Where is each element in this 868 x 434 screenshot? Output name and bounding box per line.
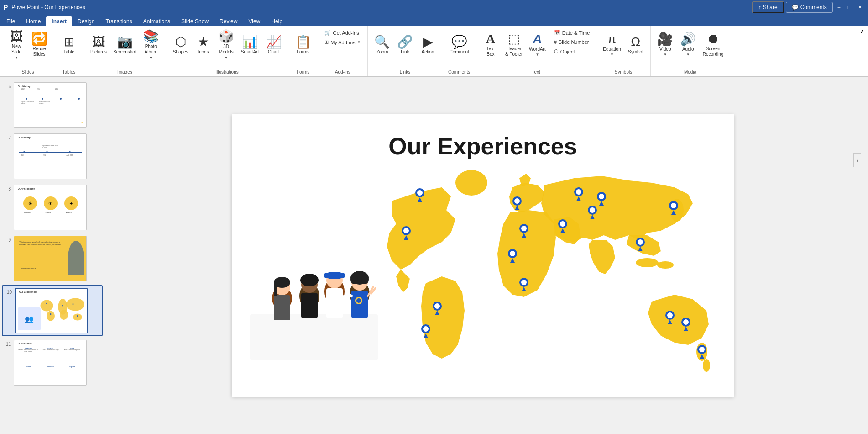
tab-design[interactable]: Design (72, 16, 100, 26)
forms-icon: 📋 (295, 36, 311, 48)
svg-point-0 (41, 300, 53, 312)
symbol-button[interactable]: Ω Symbol (625, 28, 647, 61)
svg-point-76 (671, 203, 676, 208)
reuse-slides-button[interactable]: 🔁 ReuseSlides (28, 28, 50, 61)
date-time-button[interactable]: 📅 Date & Time (551, 28, 593, 37)
slide-panel: 6 Our History 2012 2014 2016 Venus is th… (0, 77, 105, 434)
tab-help[interactable]: Help (266, 16, 288, 26)
tab-home[interactable]: Home (21, 16, 46, 26)
app-logo: P (4, 4, 8, 11)
tab-transitions[interactable]: Transitions (100, 16, 137, 26)
slide-thumb-8[interactable]: 8 Our Philosophy ☀ 👁 ✦ Mission Vision Va… (2, 183, 103, 232)
ribbon-group-text: A TextBox ⬚ Header& Footer A WordArt ▼ 📅… (476, 26, 596, 76)
smartart-icon: 📊 (242, 36, 258, 48)
audio-dropdown[interactable]: ▼ (686, 53, 690, 57)
photo-album-dropdown[interactable]: ▼ (149, 56, 153, 60)
equation-icon: π (607, 33, 616, 46)
close-btn[interactable]: × (856, 4, 864, 11)
svg-point-20 (300, 274, 319, 286)
video-icon: 🎥 (657, 33, 673, 46)
symbol-icon: Ω (631, 36, 640, 48)
video-button[interactable]: 🎥 Video ▼ (654, 28, 676, 61)
text-group-label: Text (532, 69, 540, 74)
screenshot-icon: 📷 (117, 36, 133, 48)
svg-point-31 (361, 275, 369, 284)
svg-point-58 (521, 280, 527, 285)
new-slide-dropdown[interactable]: ▼ (15, 56, 18, 60)
object-button[interactable]: ⬡ Object (551, 47, 593, 56)
slide-thumb-9[interactable]: 9 "This is a quote, words full of wisdom… (2, 234, 103, 283)
slide-thumb-7[interactable]: 7 Our History 2010 2012 Install 2016 Nep… (2, 132, 103, 181)
video-dropdown[interactable]: ▼ (664, 53, 667, 57)
zoom-button[interactable]: 🔍 Zoom (371, 28, 393, 61)
tab-view[interactable]: View (243, 16, 266, 26)
equation-button[interactable]: π Equation ▼ (600, 28, 623, 61)
svg-rect-11 (250, 314, 378, 360)
shapes-icon: ⬡ (175, 36, 186, 48)
icons-button[interactable]: ★ Icons (193, 28, 214, 61)
screen-recording-icon: ⏺ (707, 32, 720, 45)
action-button[interactable]: ▶ Action (417, 28, 439, 61)
screenshot-button[interactable]: 📷 Screenshot (110, 28, 139, 61)
wordart-button[interactable]: A WordArt ▼ (526, 28, 549, 61)
screen-recording-button[interactable]: ⏺ ScreenRecording (700, 28, 727, 61)
3d-models-dropdown[interactable]: ▼ (225, 56, 228, 60)
my-addins-button[interactable]: ⊞ My Add-ins ▼ (322, 38, 363, 47)
panel-collapse-button[interactable]: › (853, 153, 861, 167)
svg-point-43 (417, 190, 423, 196)
table-button[interactable]: ⊞ Table (58, 28, 80, 61)
new-slide-button[interactable]: 🖼 NewSlide ▼ (5, 28, 27, 61)
tab-file[interactable]: File (1, 16, 21, 26)
tab-review[interactable]: Review (214, 16, 243, 26)
tab-slideshow[interactable]: Slide Show (176, 16, 214, 26)
equation-dropdown[interactable]: ▼ (610, 53, 614, 57)
audio-button[interactable]: 🔊 Audio ▼ (677, 28, 699, 61)
slide-num-11: 11 (4, 342, 11, 347)
comments-button[interactable]: 💬 Comments (786, 2, 833, 13)
wordart-dropdown[interactable]: ▼ (536, 53, 539, 57)
slide-canvas[interactable]: Our Experiences (232, 114, 734, 397)
minimize-btn[interactable]: − (835, 4, 843, 11)
slide-num-10: 10 (5, 290, 12, 295)
svg-point-46 (403, 228, 409, 233)
chart-button[interactable]: 📈 Chart (262, 28, 284, 61)
ribbon-group-links: 🔍 Zoom 🔗 Link ▶ Action Links (368, 26, 443, 76)
svg-point-61 (560, 221, 565, 227)
object-icon: ⬡ (554, 48, 559, 54)
svg-point-55 (510, 251, 515, 256)
slide-num-8: 8 (4, 186, 11, 191)
slide-thumb-11[interactable]: 11 Our Services Mercury Venus is the sec… (2, 338, 103, 387)
3d-models-button[interactable]: 🎲 3DModels ▼ (215, 28, 237, 61)
slide-thumb-10[interactable]: 10 Our Experiences (2, 285, 103, 336)
text-box-button[interactable]: A TextBox (480, 28, 502, 61)
forms-button[interactable]: 📋 Forms (292, 28, 314, 61)
tab-animations[interactable]: Animations (138, 16, 176, 26)
app-title: PowerPoint - Our Experiences (11, 4, 85, 11)
comment-button[interactable]: 💬 Comment (447, 28, 472, 61)
pictures-button[interactable]: 🖼 Pictures (88, 28, 110, 61)
ribbon-group-slides: 🖼 NewSlide ▼ 🔁 ReuseSlides Slides (2, 26, 54, 76)
shapes-button[interactable]: ⬡ Shapes (170, 28, 192, 61)
maximize-btn[interactable]: □ (845, 4, 854, 11)
my-addins-dropdown[interactable]: ▼ (357, 40, 361, 44)
svg-point-1 (47, 311, 55, 321)
svg-point-3 (60, 310, 68, 320)
slide-thumb-6[interactable]: 6 Our History 2012 2014 2016 Venus is th… (2, 80, 103, 130)
get-addins-button[interactable]: 🛒 Get Add-ins (322, 28, 363, 37)
svg-point-52 (521, 226, 527, 231)
tables-group-label: Tables (63, 69, 76, 74)
comment-icon: 💬 (451, 36, 467, 48)
smartart-button[interactable]: 📊 SmartArt (238, 28, 261, 61)
photo-album-button[interactable]: 📚 PhotoAlbum ▼ (140, 28, 162, 61)
right-panel (861, 77, 868, 434)
tab-insert[interactable]: Insert (46, 16, 72, 26)
ribbon-collapse-button[interactable]: ∧ (858, 26, 866, 76)
photo-album-icon: 📚 (143, 30, 159, 43)
world-map (382, 164, 711, 393)
link-button[interactable]: 🔗 Link (394, 28, 416, 61)
comments-ribbon-group-label: Comments (448, 69, 470, 74)
slide-number-button[interactable]: # Slide Number (551, 38, 593, 46)
header-footer-button[interactable]: ⬚ Header& Footer (502, 28, 525, 61)
share-button[interactable]: ↑ Share (752, 1, 784, 13)
date-time-icon: 📅 (554, 30, 560, 36)
